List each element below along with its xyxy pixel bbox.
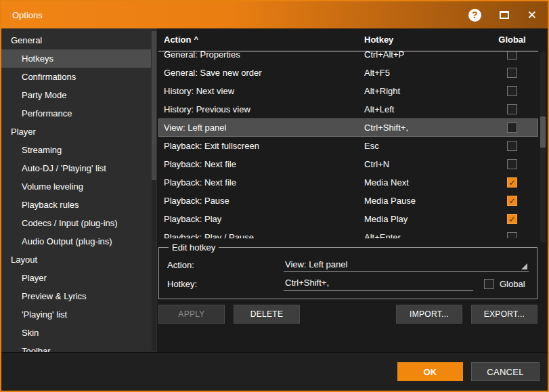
hotkey-row[interactable]: General: Save new orderAlt+F5 [158,64,538,82]
sort-asc-icon: ^ [194,35,198,43]
hotkey-row[interactable]: History: Next viewAlt+Right [158,82,538,100]
sidebar-item-list: GeneralHotkeysConfirmationsParty ModePer… [1,28,157,352]
global-checkbox[interactable] [507,68,517,78]
global-cell [486,141,538,151]
sidebar-item-codecs-input-plug-ins[interactable]: Codecs / Input (plug-ins) [1,214,151,232]
action-cell: General: Properties [158,51,361,60]
sidebar-item-toolbar[interactable]: Toolbar [1,342,151,352]
sidebar-scrollbar[interactable] [152,30,156,351]
edit-global-checkbox[interactable] [484,279,494,289]
hotkey-cell: Ctrl+Shift+, [361,123,486,133]
global-checkbox[interactable]: ✓ [507,196,517,206]
sidebar-item-layout[interactable]: Layout [1,251,151,269]
global-checkbox[interactable] [507,51,517,60]
spacer [309,305,387,324]
hotkey-row[interactable]: Playback: PauseMedia Pause✓ [158,192,538,210]
global-checkbox[interactable] [507,141,517,151]
sidebar-item-streaming[interactable]: Streaming [1,141,151,159]
global-cell [486,68,538,78]
global-cell [486,104,538,114]
settings-tree-sidebar: GeneralHotkeysConfirmationsParty ModePer… [1,28,157,352]
hotkey-cell: Alt+Left [361,104,486,114]
sidebar-item-preview-lyrics[interactable]: Preview & Lyrics [1,287,151,305]
sidebar-item-volume-leveling[interactable]: Volume leveling [1,177,151,196]
action-select[interactable]: View: Left panel [284,257,529,272]
global-cell [486,86,538,96]
hotkey-input[interactable] [284,276,473,291]
edit-hotkey-legend: Edit hotkey [169,242,219,253]
column-header-global[interactable]: Global [486,35,538,45]
global-checkbox[interactable] [507,159,517,169]
global-checkbox[interactable] [507,86,517,96]
action-cell: View: Left panel [158,123,361,133]
global-cell: ✓ [486,196,538,206]
sidebar-item-party-mode[interactable]: Party Mode [1,86,151,104]
action-cell: Playback: Pause [158,196,361,206]
global-cell: ✓ [486,214,538,224]
options-window: Options ? ✕ GeneralHotkeysConfirmationsP… [0,0,549,392]
global-checkbox[interactable] [507,104,517,114]
global-checkbox[interactable]: ✓ [507,177,517,188]
sidebar-item-player[interactable]: Player [1,269,151,287]
global-checkbox[interactable] [507,232,517,238]
column-header-hotkey[interactable]: Hotkey [361,35,486,45]
hotkey-row[interactable]: Playback: Next fileCtrl+N [158,155,538,173]
action-cell: Playback: Play [158,214,361,224]
hotkey-row[interactable]: Playback: Play / PauseAlt+Enter [158,228,538,238]
global-checkbox[interactable] [507,123,517,133]
column-label: Hotkey [364,35,393,45]
hotkey-row-editor: Hotkey: Global [167,274,529,293]
table-scrollbar-thumb[interactable] [540,116,546,148]
sidebar-item-skin[interactable]: Skin [1,324,151,342]
titlebar-controls: ? ✕ [468,9,537,22]
edit-hotkey-group: Edit hotkey Action: View: Left panel Hot… [158,242,537,299]
sidebar-item-hotkeys[interactable]: Hotkeys [1,49,151,68]
hotkey-row[interactable]: Playback: PlayMedia Play✓ [158,210,538,228]
delete-button[interactable]: DELETE [234,305,300,324]
hotkey-actions: APPLY DELETE IMPORT... EXPORT... [158,305,537,324]
hotkey-row[interactable]: View: Left panelCtrl+Shift+, [158,118,538,137]
sidebar-item-playback-rules[interactable]: Playback rules [1,196,151,214]
hotkey-row[interactable]: Playback: Next fileMedia Next✓ [158,173,538,192]
global-cell [486,51,538,60]
hotkey-cell: Alt+Right [361,86,486,96]
ok-button[interactable]: OK [397,362,463,381]
hotkey-cell: Media Play [361,214,486,224]
hotkey-cell: Media Pause [361,196,486,206]
table-scrollbar[interactable] [540,51,546,242]
cancel-button[interactable]: CANCEL [471,362,540,381]
action-cell: History: Next view [158,86,361,96]
sidebar-item-performance[interactable]: Performance [1,104,151,123]
column-label: Global [498,35,525,45]
global-cell: ✓ [486,177,538,188]
column-header-action[interactable]: Action^ [158,35,361,45]
action-cell: Playback: Next file [158,159,361,169]
action-cell: Playback: Play / Pause [158,232,361,238]
sidebar-item-player[interactable]: Player [1,123,151,141]
close-icon[interactable]: ✕ [527,9,537,21]
sidebar-item-auto-dj-playing-list[interactable]: Auto-DJ / 'Playing' list [1,159,151,177]
help-icon[interactable]: ? [468,9,481,22]
hotkeys-table-header: Action^HotkeyGlobal [158,28,538,51]
global-cell [486,159,538,169]
global-checkbox[interactable]: ✓ [507,214,517,224]
sidebar-item-general[interactable]: General [1,31,151,49]
action-cell: Playback: Next file [158,177,361,188]
hotkey-label: Hotkey: [167,279,284,289]
action-cell: General: Save new order [158,68,361,78]
maximize-icon[interactable] [500,11,509,19]
export-button[interactable]: EXPORT... [471,305,537,324]
hotkey-row[interactable]: General: PropertiesCtrl+Alt+P [158,51,538,64]
action-cell: Playback: Exit fullscreen [158,141,361,151]
hotkey-row[interactable]: History: Previous viewAlt+Left [158,100,538,118]
hotkey-cell: Ctrl+N [361,159,486,169]
sidebar-item-confirmations[interactable]: Confirmations [1,68,151,86]
hotkey-row[interactable]: Playback: Exit fullscreenEsc [158,137,538,155]
action-cell: History: Previous view [158,104,361,114]
hotkeys-panel: Action^HotkeyGlobal General: PropertiesC… [157,28,548,352]
sidebar-item-audio-output-plug-ins[interactable]: Audio Output (plug-ins) [1,232,151,251]
sidebar-item-playing-list[interactable]: 'Playing' list [1,305,151,324]
apply-button[interactable]: APPLY [158,305,225,324]
import-button[interactable]: IMPORT... [396,305,462,324]
sidebar-scrollbar-thumb[interactable] [152,31,156,180]
